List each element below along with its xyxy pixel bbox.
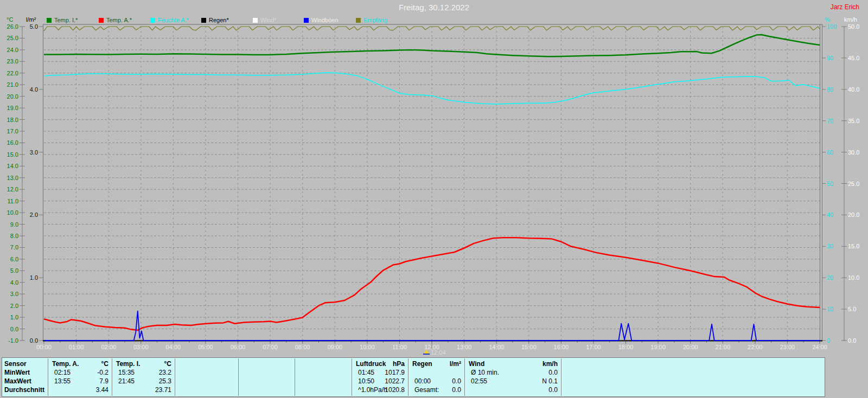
temp-axis-tick-label: 5.0 bbox=[10, 267, 18, 274]
author-label: Jarz Erich bbox=[831, 3, 859, 11]
legend-color-swatch bbox=[356, 18, 361, 23]
temp-axis-tick-label: 8.0 bbox=[10, 233, 18, 239]
x-axis-tick-label: 13:00 bbox=[457, 344, 472, 350]
wind-axis-tick-label: 15.0 bbox=[848, 243, 859, 249]
wind-axis-tick-label: 5.0 bbox=[848, 306, 856, 312]
legend-item-temp-i[interactable]: Temp. I.* bbox=[47, 17, 78, 23]
sun-position-marker: 12:04 bbox=[423, 349, 446, 356]
wind-axis-tick-label: 50.0 bbox=[848, 23, 859, 30]
chart-plot-area: -1.00.01.02.03.04.05.06.07.08.09.010.011… bbox=[0, 0, 868, 398]
humidity-axis-tick-label: 0 bbox=[827, 337, 830, 344]
x-axis-tick-label: 03:00 bbox=[133, 344, 149, 350]
wind-axis-tick-label: 10.0 bbox=[848, 274, 859, 281]
legend-item-windb-en[interactable]: Windböen bbox=[304, 17, 339, 23]
x-axis-tick-label: 15:00 bbox=[521, 344, 537, 350]
x-axis-tick-label: 00:00 bbox=[36, 344, 52, 350]
x-axis-tick-label: 14:00 bbox=[489, 344, 504, 350]
rain-axis-tick-label: 3.0 bbox=[30, 149, 38, 156]
temp-axis-tick-label: 0.0 bbox=[10, 326, 18, 332]
legend-item-label: Windböen bbox=[311, 17, 339, 23]
temp-axis-tick-label: 23.0 bbox=[7, 58, 18, 65]
humidity-axis-tick-label: 30 bbox=[827, 243, 833, 249]
legend-item-wind[interactable]: Wind* bbox=[253, 17, 276, 23]
legend-item-label: Wind* bbox=[260, 17, 276, 23]
humidity-axis-tick-label: 60 bbox=[827, 149, 833, 156]
temp-axis-tick-label: 16.0 bbox=[7, 139, 18, 146]
humidity-axis-tick-label: 40 bbox=[827, 211, 833, 218]
humidity-axis-tick-label: 50 bbox=[827, 181, 833, 187]
x-axis-tick-label: 10:00 bbox=[360, 344, 375, 350]
legend-color-swatch bbox=[99, 18, 104, 23]
rain-axis-tick-label: 5.0 bbox=[30, 23, 38, 30]
humidity-axis-tick-label: 20 bbox=[827, 274, 833, 281]
x-axis-tick-label: 07:00 bbox=[263, 344, 278, 350]
x-axis-tick-label: 06:00 bbox=[231, 344, 246, 350]
temp-axis-tick-label: 3.0 bbox=[10, 291, 18, 297]
legend-color-swatch bbox=[201, 18, 206, 23]
temp-axis-tick-label: 20.0 bbox=[7, 93, 18, 100]
temp-axis-tick-label: 14.0 bbox=[7, 163, 18, 169]
temp-axis-tick-label: 9.0 bbox=[10, 221, 18, 228]
wind-axis-tick-label: 45.0 bbox=[848, 55, 859, 61]
x-axis-tick-label: 18:00 bbox=[618, 344, 634, 350]
temp-axis-tick-label: 19.0 bbox=[7, 105, 18, 111]
x-axis-tick-label: 05:00 bbox=[198, 344, 213, 350]
legend-item-empfang[interactable]: Empfang bbox=[356, 17, 387, 23]
humidity-axis-tick-label: 100 bbox=[827, 23, 837, 30]
legend-item-label: Regen* bbox=[209, 17, 229, 23]
sun-position-icon bbox=[423, 350, 430, 355]
temp-axis-tick-label: 22.0 bbox=[7, 70, 18, 76]
x-axis-tick-label: 16:00 bbox=[554, 344, 569, 350]
wind-axis-tick-label: 30.0 bbox=[848, 149, 859, 156]
temp-axis-tick-label: 4.0 bbox=[10, 279, 18, 286]
wind-axis-tick-label: 40.0 bbox=[848, 86, 859, 93]
sun-marker-time: 12:04 bbox=[431, 349, 446, 356]
temp-axis-tick-label: 18.0 bbox=[7, 117, 18, 123]
x-axis-tick-label: 19:00 bbox=[650, 344, 666, 350]
x-axis-tick-label: 02:00 bbox=[101, 344, 116, 350]
temp-axis-tick-label: 25.0 bbox=[7, 35, 18, 41]
temp-axis-tick-label: 21.0 bbox=[7, 81, 18, 88]
humidity-axis-tick-label: 80 bbox=[827, 86, 833, 93]
legend-color-swatch bbox=[253, 18, 258, 23]
temp-axis-tick-label: 26.0 bbox=[7, 23, 18, 30]
wind-axis-tick-label: 25.0 bbox=[848, 181, 859, 187]
temp-axis-tick-label: 17.0 bbox=[7, 128, 18, 134]
legend-color-swatch bbox=[150, 18, 155, 23]
legend-item-temp-a[interactable]: Temp. A.* bbox=[99, 17, 132, 23]
legend-item-label: Temp. A.* bbox=[106, 17, 132, 23]
legend: Temp. I.*Temp. A.*Feuchte A.*Regen*Wind*… bbox=[0, 17, 868, 23]
temp-axis-tick-label: 24.0 bbox=[7, 47, 18, 53]
temp-axis-tick-label: 10.0 bbox=[7, 209, 18, 216]
temp-axis-tick-label: -1.0 bbox=[8, 337, 18, 344]
legend-item-feuchte-a[interactable]: Feuchte A.* bbox=[150, 17, 189, 23]
x-axis-tick-label: 22:00 bbox=[748, 344, 763, 350]
legend-color-swatch bbox=[47, 18, 52, 23]
temp-axis-tick-label: 1.0 bbox=[10, 314, 18, 320]
x-axis-tick-label: 04:00 bbox=[166, 344, 181, 350]
x-axis-tick-label: 08:00 bbox=[295, 344, 310, 350]
legend-item-regen[interactable]: Regen* bbox=[201, 17, 229, 23]
humidity-axis-tick-label: 90 bbox=[827, 55, 833, 61]
x-axis-tick-label: 09:00 bbox=[327, 344, 342, 350]
x-axis-tick-label: 20:00 bbox=[683, 344, 698, 350]
temp-axis-tick-label: 2.0 bbox=[10, 303, 18, 309]
x-axis-tick-label: 17:00 bbox=[586, 344, 601, 350]
humidity-axis-tick-label: 70 bbox=[827, 118, 833, 124]
wind-axis-tick-label: 35.0 bbox=[848, 118, 859, 124]
x-axis-tick-label: 11:00 bbox=[392, 344, 407, 350]
x-axis-tick-label: 01:00 bbox=[69, 344, 84, 350]
legend-color-swatch bbox=[304, 18, 309, 23]
temp-axis-tick-label: 11.0 bbox=[7, 198, 18, 204]
temp-axis-tick-label: 15.0 bbox=[7, 151, 18, 158]
wind-axis-tick-label: 0.0 bbox=[848, 337, 856, 344]
wind-axis-tick-label: 20.0 bbox=[848, 211, 859, 218]
rain-axis-tick-label: 4.0 bbox=[30, 86, 38, 93]
legend-item-label: Feuchte A.* bbox=[158, 17, 189, 23]
x-axis-tick-label: 21:00 bbox=[715, 344, 730, 350]
temp-axis-tick-label: 12.0 bbox=[7, 186, 18, 192]
page-title: Freitag, 30.12.2022 bbox=[0, 3, 868, 12]
x-axis-tick-label: 24:00 bbox=[812, 344, 827, 350]
legend-item-label: Empfang bbox=[363, 17, 387, 23]
temp-axis-tick-label: 7.0 bbox=[10, 244, 18, 251]
